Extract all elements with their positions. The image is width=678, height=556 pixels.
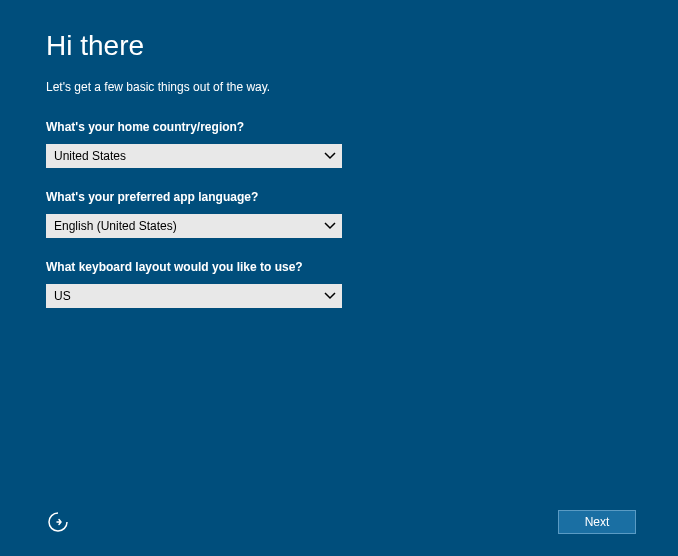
language-select[interactable]: English (United States) (46, 214, 342, 238)
country-value: United States (46, 149, 318, 163)
keyboard-value: US (46, 289, 318, 303)
page-subtitle: Let's get a few basic things out of the … (46, 80, 632, 94)
language-value: English (United States) (46, 219, 318, 233)
keyboard-select[interactable]: US (46, 284, 342, 308)
page-title: Hi there (46, 30, 632, 62)
chevron-down-icon (318, 214, 342, 238)
country-select[interactable]: United States (46, 144, 342, 168)
keyboard-label: What keyboard layout would you like to u… (46, 260, 632, 274)
language-label: What's your preferred app language? (46, 190, 632, 204)
chevron-down-icon (318, 144, 342, 168)
next-button[interactable]: Next (558, 510, 636, 534)
ease-of-access-icon[interactable] (46, 510, 70, 534)
country-label: What's your home country/region? (46, 120, 632, 134)
chevron-down-icon (318, 284, 342, 308)
